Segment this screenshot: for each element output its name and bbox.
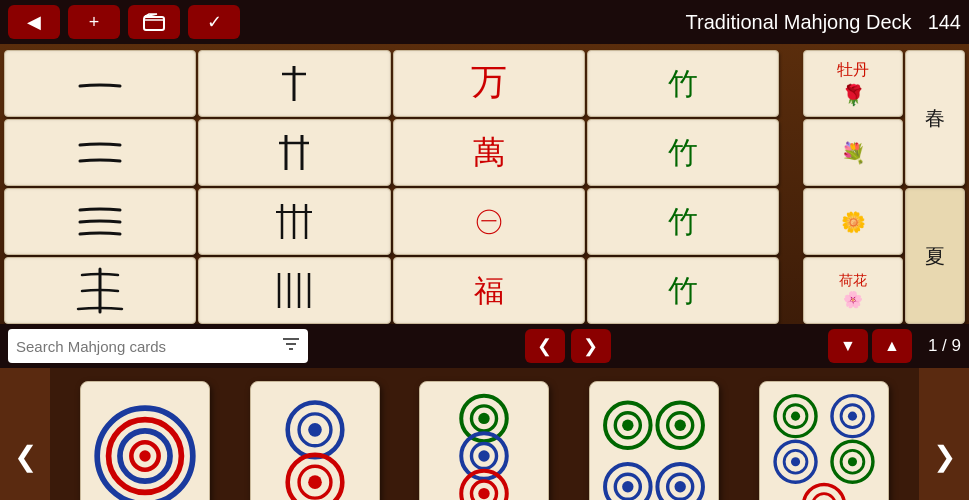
card-column-3: 万 萬 ㊀ 福 xyxy=(393,50,585,324)
search-area xyxy=(8,329,308,363)
tile-3-3[interactable]: ㊀ xyxy=(393,188,585,255)
flower-columns: 牡丹 🌹 💐 🌼 荷花 🌸 xyxy=(803,50,903,324)
bottom-prev-button[interactable]: ❮ xyxy=(0,368,50,500)
svg-point-38 xyxy=(308,475,322,489)
svg-text:竹: 竹 xyxy=(668,67,698,100)
top-bar: ◀ + ✓ Traditional Mahjong Deck 144 xyxy=(0,0,969,44)
tile-2-1[interactable] xyxy=(198,50,390,117)
svg-text:竹: 竹 xyxy=(668,136,698,169)
tile-4-1[interactable]: 竹 xyxy=(587,50,779,117)
deck-title: Traditional Mahjong Deck xyxy=(686,11,912,34)
tile-4-3[interactable]: 竹 xyxy=(587,188,779,255)
svg-point-56 xyxy=(622,481,633,492)
tile-2-3[interactable] xyxy=(198,188,390,255)
filter-icon xyxy=(282,336,300,356)
back-button[interactable]: ◀ xyxy=(8,5,60,39)
check-button[interactable]: ✓ xyxy=(188,5,240,39)
tile-4-2[interactable]: 竹 xyxy=(587,119,779,186)
tile-3-2[interactable]: 萬 xyxy=(393,119,585,186)
bottom-next-button[interactable]: ❯ xyxy=(919,368,969,500)
nav-down-button[interactable]: ▼ xyxy=(828,329,868,363)
season-columns: 春 夏 xyxy=(905,50,965,324)
svg-point-50 xyxy=(622,420,633,431)
bottom-tile-2-circle[interactable] xyxy=(250,381,380,500)
card-column-4: 竹 竹 竹 竹 xyxy=(587,50,779,324)
svg-rect-0 xyxy=(144,17,164,30)
tile-3-1[interactable]: 万 xyxy=(393,50,585,117)
search-input[interactable] xyxy=(16,338,276,355)
svg-text:竹: 竹 xyxy=(668,274,698,307)
svg-text:竹: 竹 xyxy=(668,205,698,238)
flower-tile-4[interactable]: 荷花 🌸 xyxy=(803,257,903,324)
card-column-1 xyxy=(4,50,196,324)
bottom-tile-1-circle[interactable] xyxy=(80,381,210,500)
bottom-section: ❮ xyxy=(0,368,969,500)
tile-1-1[interactable] xyxy=(4,50,196,117)
add-button[interactable]: + xyxy=(68,5,120,39)
svg-text:福: 福 xyxy=(474,274,504,307)
bottom-tile-5-circle[interactable] xyxy=(759,381,889,500)
next-page-button[interactable]: ❯ xyxy=(571,329,611,363)
tile-4-4[interactable]: 竹 xyxy=(587,257,779,324)
svg-point-53 xyxy=(675,420,686,431)
svg-text:萬: 萬 xyxy=(473,134,505,170)
season-tile-summer[interactable]: 夏 xyxy=(905,188,965,324)
bottom-tile-4-circle[interactable] xyxy=(589,381,719,500)
tile-3-4[interactable]: 福 xyxy=(393,257,585,324)
main-area: 万 萬 ㊀ 福 竹 xyxy=(0,44,969,324)
prev-page-button[interactable]: ❮ xyxy=(525,329,565,363)
page-indicator: 1 / 9 xyxy=(928,336,961,356)
nav-bar: ❮ ❯ ▼ ▲ 1 / 9 xyxy=(0,324,969,368)
svg-text:㊀: ㊀ xyxy=(475,205,503,236)
bottom-cards xyxy=(50,368,919,500)
tile-1-4[interactable] xyxy=(4,257,196,324)
bottom-tile-3-circle[interactable] xyxy=(419,381,549,500)
card-column-2 xyxy=(198,50,390,324)
season-tile-spring[interactable]: 春 xyxy=(905,50,965,186)
svg-point-62 xyxy=(791,412,800,421)
svg-point-32 xyxy=(139,450,150,461)
cards-viewport: 万 萬 ㊀ 福 竹 xyxy=(0,44,969,324)
svg-point-41 xyxy=(479,413,490,424)
folder-button[interactable] xyxy=(128,5,180,39)
tile-1-2[interactable] xyxy=(4,119,196,186)
svg-point-44 xyxy=(479,450,490,461)
svg-point-47 xyxy=(479,488,490,499)
flower-tile-2[interactable]: 💐 xyxy=(803,119,903,186)
svg-point-65 xyxy=(848,412,857,421)
svg-point-68 xyxy=(791,457,800,466)
svg-point-73 xyxy=(813,494,836,500)
deck-title-area: Traditional Mahjong Deck 144 xyxy=(686,11,961,34)
flower-tile-1[interactable]: 牡丹 🌹 xyxy=(803,50,903,117)
svg-point-35 xyxy=(308,423,322,437)
svg-point-71 xyxy=(848,457,857,466)
deck-count: 144 xyxy=(928,11,961,34)
flower-tile-3[interactable]: 🌼 xyxy=(803,188,903,255)
tile-1-3[interactable] xyxy=(4,188,196,255)
svg-point-59 xyxy=(675,481,686,492)
tile-2-4[interactable] xyxy=(198,257,390,324)
svg-text:万: 万 xyxy=(471,62,507,102)
nav-up-button[interactable]: ▲ xyxy=(872,329,912,363)
tile-2-2[interactable] xyxy=(198,119,390,186)
